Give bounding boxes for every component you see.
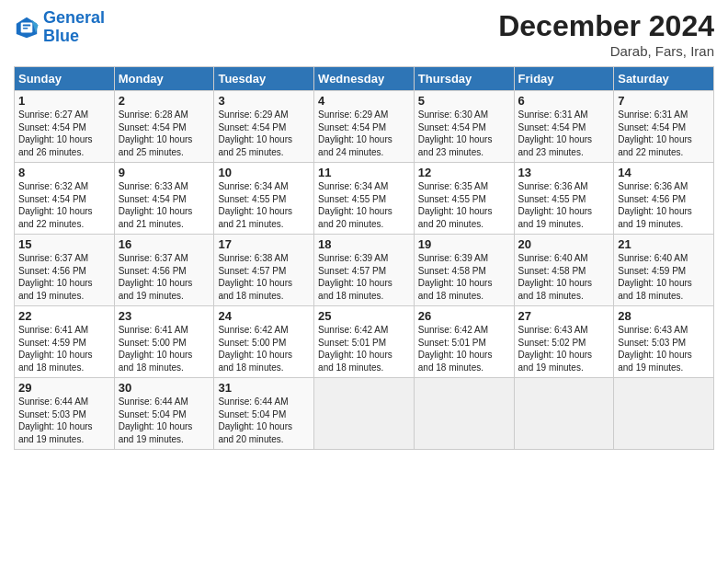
day-cell [314, 378, 415, 450]
day-number: 19 [418, 237, 510, 251]
day-info: Sunrise: 6:40 AMSunset: 4:58 PMDaylight:… [518, 253, 593, 301]
day-info: Sunrise: 6:32 AMSunset: 4:54 PMDaylight:… [18, 181, 93, 229]
header-day-wednesday: Wednesday [314, 67, 415, 91]
header-day-monday: Monday [114, 67, 214, 91]
day-info: Sunrise: 6:36 AMSunset: 4:56 PMDaylight:… [618, 181, 692, 229]
subtitle: Darab, Fars, Iran [498, 43, 714, 59]
day-cell: 11 Sunrise: 6:34 AMSunset: 4:55 PMDaylig… [314, 163, 415, 235]
title-block: December 2024 Darab, Fars, Iran [498, 9, 714, 59]
day-cell: 4 Sunrise: 6:29 AMSunset: 4:54 PMDayligh… [314, 91, 415, 163]
day-number: 5 [418, 94, 510, 108]
day-cell: 13 Sunrise: 6:36 AMSunset: 4:55 PMDaylig… [514, 163, 614, 235]
day-info: Sunrise: 6:42 AMSunset: 5:01 PMDaylight:… [318, 325, 392, 373]
day-cell: 27 Sunrise: 6:43 AMSunset: 5:02 PMDaylig… [514, 306, 614, 378]
page: General Blue December 2024 Darab, Fars, … [0, 0, 728, 563]
day-info: Sunrise: 6:36 AMSunset: 4:55 PMDaylight:… [518, 181, 593, 229]
day-cell: 26 Sunrise: 6:42 AMSunset: 5:01 PMDaylig… [414, 306, 514, 378]
day-number: 12 [418, 166, 510, 179]
day-number: 14 [618, 166, 710, 179]
day-cell: 23 Sunrise: 6:41 AMSunset: 5:00 PMDaylig… [114, 306, 214, 378]
header: General Blue December 2024 Darab, Fars, … [14, 9, 714, 59]
day-cell: 28 Sunrise: 6:43 AMSunset: 5:03 PMDaylig… [614, 306, 714, 378]
day-cell: 14 Sunrise: 6:36 AMSunset: 4:56 PMDaylig… [614, 163, 714, 235]
day-cell: 12 Sunrise: 6:35 AMSunset: 4:55 PMDaylig… [414, 163, 514, 235]
day-info: Sunrise: 6:31 AMSunset: 4:54 PMDaylight:… [518, 109, 593, 157]
day-cell: 3 Sunrise: 6:29 AMSunset: 4:54 PMDayligh… [214, 91, 314, 163]
day-info: Sunrise: 6:34 AMSunset: 4:55 PMDaylight:… [218, 181, 292, 229]
day-number: 29 [18, 381, 110, 395]
day-number: 24 [218, 309, 310, 323]
day-number: 17 [218, 237, 310, 251]
day-cell: 7 Sunrise: 6:31 AMSunset: 4:54 PMDayligh… [614, 91, 714, 163]
calendar-table: SundayMondayTuesdayWednesdayThursdayFrid… [14, 66, 714, 450]
day-info: Sunrise: 6:30 AMSunset: 4:54 PMDaylight:… [418, 109, 493, 157]
header-day-sunday: Sunday [15, 67, 115, 91]
day-cell: 21 Sunrise: 6:40 AMSunset: 4:59 PMDaylig… [614, 235, 714, 306]
day-cell: 31 Sunrise: 6:44 AMSunset: 5:04 PMDaylig… [214, 378, 314, 450]
day-info: Sunrise: 6:42 AMSunset: 5:01 PMDaylight:… [418, 325, 493, 373]
day-info: Sunrise: 6:43 AMSunset: 5:03 PMDaylight:… [618, 325, 692, 373]
week-row-4: 22 Sunrise: 6:41 AMSunset: 4:59 PMDaylig… [15, 306, 714, 378]
day-info: Sunrise: 6:28 AMSunset: 4:54 PMDaylight:… [119, 109, 193, 157]
header-row: SundayMondayTuesdayWednesdayThursdayFrid… [15, 67, 714, 91]
day-number: 2 [119, 94, 210, 108]
week-row-1: 1 Sunrise: 6:27 AMSunset: 4:54 PMDayligh… [15, 91, 714, 163]
day-cell: 22 Sunrise: 6:41 AMSunset: 4:59 PMDaylig… [15, 306, 115, 378]
day-info: Sunrise: 6:33 AMSunset: 4:54 PMDaylight:… [119, 181, 193, 229]
day-cell: 19 Sunrise: 6:39 AMSunset: 4:58 PMDaylig… [414, 235, 514, 306]
day-number: 11 [318, 166, 410, 179]
day-info: Sunrise: 6:44 AMSunset: 5:04 PMDaylight:… [119, 396, 193, 444]
day-number: 3 [218, 94, 310, 108]
day-cell: 15 Sunrise: 6:37 AMSunset: 4:56 PMDaylig… [15, 235, 115, 306]
day-number: 31 [218, 381, 310, 395]
day-number: 27 [518, 309, 610, 323]
logo-text: General Blue [43, 9, 105, 46]
day-info: Sunrise: 6:38 AMSunset: 4:57 PMDaylight:… [218, 253, 292, 301]
day-cell: 2 Sunrise: 6:28 AMSunset: 4:54 PMDayligh… [114, 91, 214, 163]
logo-blue: Blue [43, 27, 79, 45]
day-number: 23 [119, 309, 210, 323]
day-number: 15 [18, 237, 110, 251]
logo-general: General [43, 8, 105, 27]
day-number: 25 [318, 309, 410, 323]
day-cell [614, 378, 714, 450]
header-day-thursday: Thursday [414, 67, 514, 91]
day-info: Sunrise: 6:35 AMSunset: 4:55 PMDaylight:… [418, 181, 493, 229]
header-day-saturday: Saturday [614, 67, 714, 91]
day-number: 18 [318, 237, 410, 251]
day-cell [514, 378, 614, 450]
day-info: Sunrise: 6:37 AMSunset: 4:56 PMDaylight:… [18, 253, 93, 301]
day-info: Sunrise: 6:41 AMSunset: 5:00 PMDaylight:… [119, 325, 193, 373]
header-day-friday: Friday [514, 67, 614, 91]
day-cell: 9 Sunrise: 6:33 AMSunset: 4:54 PMDayligh… [114, 163, 214, 235]
day-info: Sunrise: 6:42 AMSunset: 5:00 PMDaylight:… [218, 325, 292, 373]
day-number: 1 [18, 94, 110, 108]
day-number: 6 [518, 94, 610, 108]
day-info: Sunrise: 6:44 AMSunset: 5:03 PMDaylight:… [18, 396, 93, 444]
svg-rect-4 [23, 28, 28, 29]
day-cell: 10 Sunrise: 6:34 AMSunset: 4:55 PMDaylig… [214, 163, 314, 235]
day-cell: 20 Sunrise: 6:40 AMSunset: 4:58 PMDaylig… [514, 235, 614, 306]
day-cell: 29 Sunrise: 6:44 AMSunset: 5:03 PMDaylig… [15, 378, 115, 450]
day-number: 30 [119, 381, 210, 395]
week-row-2: 8 Sunrise: 6:32 AMSunset: 4:54 PMDayligh… [15, 163, 714, 235]
day-cell: 5 Sunrise: 6:30 AMSunset: 4:54 PMDayligh… [414, 91, 514, 163]
day-cell: 30 Sunrise: 6:44 AMSunset: 5:04 PMDaylig… [114, 378, 214, 450]
week-row-3: 15 Sunrise: 6:37 AMSunset: 4:56 PMDaylig… [15, 235, 714, 306]
day-cell: 8 Sunrise: 6:32 AMSunset: 4:54 PMDayligh… [15, 163, 115, 235]
day-info: Sunrise: 6:29 AMSunset: 4:54 PMDaylight:… [318, 109, 392, 157]
day-cell [414, 378, 514, 450]
day-info: Sunrise: 6:37 AMSunset: 4:56 PMDaylight:… [119, 253, 193, 301]
day-cell: 6 Sunrise: 6:31 AMSunset: 4:54 PMDayligh… [514, 91, 614, 163]
day-number: 22 [18, 309, 110, 323]
day-cell: 24 Sunrise: 6:42 AMSunset: 5:00 PMDaylig… [214, 306, 314, 378]
day-cell: 1 Sunrise: 6:27 AMSunset: 4:54 PMDayligh… [15, 91, 115, 163]
logo: General Blue [14, 9, 105, 46]
day-number: 16 [119, 237, 210, 251]
day-info: Sunrise: 6:44 AMSunset: 5:04 PMDaylight:… [218, 396, 292, 444]
day-info: Sunrise: 6:39 AMSunset: 4:58 PMDaylight:… [418, 253, 493, 301]
header-day-tuesday: Tuesday [214, 67, 314, 91]
day-info: Sunrise: 6:43 AMSunset: 5:02 PMDaylight:… [518, 325, 593, 373]
day-cell: 18 Sunrise: 6:39 AMSunset: 4:57 PMDaylig… [314, 235, 415, 306]
day-cell: 17 Sunrise: 6:38 AMSunset: 4:57 PMDaylig… [214, 235, 314, 306]
